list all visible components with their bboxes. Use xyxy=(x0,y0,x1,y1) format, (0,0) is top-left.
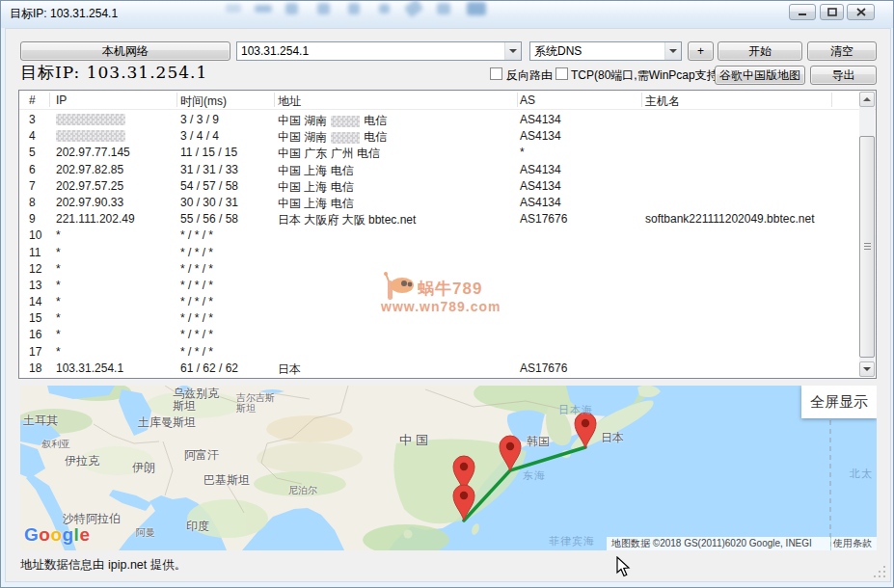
table-row[interactable]: 15** / * / * xyxy=(19,310,858,327)
cell-ip: * xyxy=(56,262,61,276)
column-header-2[interactable]: IP xyxy=(56,94,67,107)
cell-hop: 18 xyxy=(29,361,41,375)
table-row[interactable]: 6202.97.82.8531 / 31 / 33中国 上海 电信AS4134 xyxy=(19,162,858,178)
dns-value[interactable]: 系统DNS xyxy=(530,43,664,60)
cell-hop: 16 xyxy=(29,328,41,341)
cell-time: * / * / * xyxy=(180,311,213,325)
cell-hop: 8 xyxy=(29,196,36,209)
arrow-down-icon xyxy=(863,367,871,371)
column-header-3[interactable]: 时间(ms) xyxy=(180,94,227,110)
column-header-4[interactable]: 地址 xyxy=(278,94,301,110)
google-cn-map-label: 谷歌中国版地图 xyxy=(719,67,800,84)
combo-dropdown-button[interactable] xyxy=(664,42,681,60)
column-header-5[interactable]: AS xyxy=(520,94,535,107)
reverse-route-label[interactable]: 反向路由 xyxy=(506,67,553,84)
minimize-icon xyxy=(798,8,807,16)
table-row[interactable]: 33 / 3 / 9中国 湖南电信AS4134 xyxy=(19,112,858,128)
map-label: 日本 xyxy=(601,432,624,444)
table-row[interactable]: 9221.111.202.4955 / 56 / 58日本 大阪府 大阪 bbt… xyxy=(19,211,858,227)
tcp-checkbox[interactable] xyxy=(555,67,568,80)
table-row[interactable]: 7202.97.57.2554 / 57 / 58中国 上海 电信AS4134 xyxy=(19,178,858,195)
column-header-1[interactable]: # xyxy=(29,94,36,107)
cell-ip: * xyxy=(56,328,61,341)
map-terms-link[interactable]: 使用条款 xyxy=(831,537,877,550)
table-row[interactable]: 17** / * / * xyxy=(19,344,858,361)
cell-hop: 7 xyxy=(29,179,36,193)
scroll-up-button[interactable] xyxy=(859,92,875,107)
cell-time: 3 / 4 / 4 xyxy=(180,129,219,143)
local-network-label: 本机网络 xyxy=(102,43,149,60)
map-label: 印度 xyxy=(186,521,209,533)
close-icon xyxy=(856,8,866,16)
map-label: 阿富汗 xyxy=(184,449,219,462)
cell-as: AS4134 xyxy=(520,196,561,209)
export-button[interactable]: 导出 xyxy=(810,66,877,85)
combo-dropdown-button[interactable] xyxy=(504,42,521,60)
titlebar-ghost-icon xyxy=(348,3,360,14)
titlebar-ghost-icon xyxy=(317,3,330,14)
route-map[interactable]: 乌兹别克 斯坦吉尔吉斯 斯坦土耳其土库曼斯坦叙利亚伊拉克伊朗阿富汗巴基斯坦印度沙… xyxy=(20,386,877,550)
titlebar-ghost-icon xyxy=(226,4,241,13)
table-row[interactable]: 13** / * / * xyxy=(19,278,858,294)
cell-address: 日本 大阪府 大阪 bbtec.net xyxy=(278,212,416,228)
cell-hop: 15 xyxy=(29,311,41,325)
cell-hop: 6 xyxy=(29,163,36,176)
table-row[interactable]: 14** / * / * xyxy=(19,294,858,310)
reverse-route-checkbox[interactable] xyxy=(490,67,502,80)
scroll-down-button[interactable] xyxy=(859,361,875,377)
google-cn-map-button[interactable]: 谷歌中国版地图 xyxy=(715,66,805,85)
cell-ip: 221.111.202.49 xyxy=(56,212,135,226)
cell-time: * / * / * xyxy=(180,228,213,242)
scrollbar-thumb[interactable] xyxy=(859,136,875,358)
dns-combobox[interactable]: 系统DNS xyxy=(529,41,682,61)
cell-time: * / * / * xyxy=(180,246,213,259)
map-label: 尼泊尔 xyxy=(288,486,317,496)
fullscreen-button-label: 全屏显示 xyxy=(810,393,868,412)
table-row[interactable]: 5202.97.77.14511 / 15 / 15中国 广东 广州 电信* xyxy=(19,145,858,161)
cell-ip: * xyxy=(56,345,61,359)
target-ip-combobox[interactable]: 103.31.254.1 xyxy=(236,41,522,61)
cell-address: 中国 广东 广州 电信 xyxy=(278,146,380,162)
fullscreen-button[interactable]: 全屏显示 xyxy=(801,386,877,418)
chevron-down-icon xyxy=(669,49,677,53)
map-label: 韩国 xyxy=(527,436,550,448)
cell-time: * / * / * xyxy=(180,345,213,359)
tcp-label[interactable]: TCP(80端口,需WinPcap支持) xyxy=(571,67,722,84)
table-row[interactable]: 16** / * / * xyxy=(19,327,858,343)
cell-address: 中国 上海 电信 xyxy=(278,196,354,212)
cell-ip: 103.31.254.1 xyxy=(56,361,123,375)
cell-hop: 4 xyxy=(29,129,36,143)
start-button[interactable]: 开始 xyxy=(718,41,802,61)
map-attribution: 地图数据 ©2018 GS(2011)6020 Google, INEGI xyxy=(607,537,830,550)
titlebar-ghost-icon xyxy=(467,2,486,15)
close-button[interactable] xyxy=(847,4,875,20)
cell-address: 中国 上海 电信 xyxy=(278,179,354,196)
cell-as: AS4134 xyxy=(520,129,561,143)
cell-time: 11 / 15 / 15 xyxy=(180,146,237,159)
clear-button[interactable]: 清空 xyxy=(807,41,877,61)
minimize-button[interactable] xyxy=(789,4,816,20)
resize-grip[interactable] xyxy=(874,565,886,577)
address-prefix: 中国 湖南 xyxy=(278,113,327,129)
table-row[interactable]: 43 / 4 / 4中国 湖南电信AS4134 xyxy=(19,128,858,145)
cell-as: * xyxy=(520,146,525,159)
column-separator xyxy=(831,93,832,107)
maximize-button[interactable] xyxy=(820,4,844,20)
vertical-scrollbar[interactable] xyxy=(859,92,875,377)
column-header-6[interactable]: 主机名 xyxy=(645,94,680,110)
table-row[interactable]: 11** / * / * xyxy=(19,245,858,261)
table-row[interactable]: 10** / * / * xyxy=(19,227,858,244)
table-row[interactable]: 8202.97.90.3330 / 30 / 31中国 上海 电信AS4134 xyxy=(19,195,858,211)
google-logo[interactable]: Google xyxy=(24,524,90,546)
target-ip-value[interactable]: 103.31.254.1 xyxy=(237,44,504,58)
local-network-button[interactable]: 本机网络 xyxy=(20,41,230,61)
add-button[interactable]: + xyxy=(688,41,714,61)
map-label: 日本海 xyxy=(558,405,593,416)
cell-ip: * xyxy=(56,279,61,292)
table-row[interactable]: 18103.31.254.161 / 62 / 62日本AS17676 xyxy=(19,361,858,377)
google-logo-letter: o xyxy=(50,524,62,545)
cell-hop: 3 xyxy=(29,113,36,126)
titlebar[interactable]: 目标IP: 103.31.254.1 xyxy=(1,1,893,28)
cell-ip: 202.97.57.25 xyxy=(56,179,123,193)
table-row[interactable]: 12** / * / * xyxy=(19,261,858,278)
